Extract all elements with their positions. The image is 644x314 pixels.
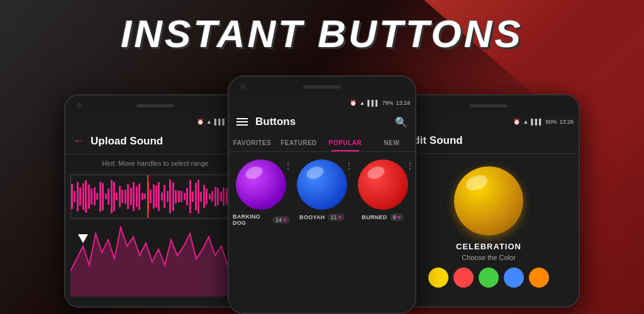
- status-bar-left: ⏰ ▲ ▌▌▌ 79%: [65, 116, 245, 128]
- swatch-blue[interactable]: [504, 268, 524, 288]
- sound-buttons-row: ⋮ BARKING DOG 14 ♥: [229, 152, 415, 234]
- sound-button-burned[interactable]: [358, 160, 408, 210]
- phone-right: ⏰ ▲ ▌▌▌ 80% 13:26 Edit Sound CELEBRATION…: [397, 94, 580, 308]
- waveform-canvas: [71, 175, 240, 218]
- hint-text: Hint: Move handles to select range: [65, 154, 245, 172]
- choose-color-label: Choose the Color: [462, 254, 516, 261]
- clock-icon-c: ⏰: [350, 100, 357, 106]
- phone-center-screen: ⏰ ▲ ▌▌▌ 79% 13:24 Buttons 🔍 FAVORITES FE…: [229, 77, 415, 313]
- wifi-icon-r: ▲: [523, 119, 528, 125]
- heart-icon-1: ♥: [283, 217, 286, 223]
- buttons-header: Buttons 🔍: [229, 109, 415, 134]
- celebration-label: CELEBRATION: [456, 242, 521, 251]
- celebration-button[interactable]: [454, 166, 523, 236]
- clock-icon-r: ⏰: [513, 119, 520, 125]
- wifi-icon: ▲: [206, 119, 212, 125]
- sound-btn-wrapper-2: ⋮: [297, 160, 347, 210]
- signal-icon: ▌▌▌: [214, 119, 226, 125]
- gold-shine: [464, 173, 489, 193]
- app-title: INSTANT BUTTONS: [0, 11, 644, 56]
- color-swatches: [428, 268, 549, 288]
- phone-left-top: [65, 95, 245, 116]
- edit-content: CELEBRATION Choose the Color: [399, 154, 579, 294]
- upload-header: ← Upload Sound: [65, 128, 245, 154]
- fav-count-1: 14 ♥: [272, 216, 289, 224]
- sound-label-row-1: BARKING DOG 14 ♥: [233, 214, 290, 226]
- more-options-3[interactable]: ⋮: [406, 161, 414, 171]
- upload-sound-title: Upload Sound: [91, 135, 163, 148]
- time-right: 13:26: [559, 119, 574, 125]
- status-bar-center: ⏰ ▲ ▌▌▌ 79% 13:24: [229, 97, 415, 109]
- phone-left-screen: ⏰ ▲ ▌▌▌ 79% ← Upload Sound Hint: Move ha…: [65, 95, 245, 306]
- wifi-icon-c: ▲: [359, 100, 365, 106]
- swatch-gold[interactable]: [428, 268, 448, 288]
- swatch-red[interactable]: [453, 268, 474, 288]
- pink-waveform-svg: [70, 221, 240, 296]
- heart-icon-3: ♥: [397, 214, 401, 220]
- more-options-1[interactable]: ⋮: [284, 161, 292, 171]
- sound-item-barking-dog: ⋮ BARKING DOG 14 ♥: [233, 160, 290, 226]
- tab-new[interactable]: NEW: [369, 134, 415, 151]
- hamburger-line-3: [236, 124, 248, 126]
- speaker-left: [136, 104, 174, 107]
- fav-number-2: 11: [331, 214, 337, 220]
- hamburger-line-2: [236, 121, 248, 122]
- phone-right-top: [399, 95, 579, 116]
- sound-item-burned: ⋮ BURNED 9 ♥: [354, 160, 411, 226]
- sound-button-barking-dog[interactable]: [236, 160, 286, 210]
- tabs-row: FAVORITES FEATURED POPULAR NEW: [229, 134, 415, 152]
- hamburger-line-1: [236, 118, 248, 119]
- camera-center: [240, 84, 245, 89]
- time-center: 13:24: [396, 100, 410, 106]
- waveform-container: [70, 175, 240, 219]
- clock-icon: ⏰: [197, 119, 204, 125]
- heart-icon-2: ♥: [338, 214, 341, 220]
- phone-left: ⏰ ▲ ▌▌▌ 79% ← Upload Sound Hint: Move ha…: [64, 94, 247, 308]
- playback-cursor: [147, 175, 148, 218]
- hamburger-menu[interactable]: [236, 118, 248, 126]
- signal-icon-c: ▌▌▌: [367, 100, 379, 106]
- sound-label-row-3: BURNED 9 ♥: [362, 214, 404, 221]
- camera-left: [77, 103, 82, 108]
- sound-btn-wrapper-1: ⋮: [236, 160, 286, 210]
- speaker-right: [470, 104, 508, 107]
- phone-right-screen: ⏰ ▲ ▌▌▌ 80% 13:26 Edit Sound CELEBRATION…: [399, 95, 579, 306]
- btn-shine-2: [305, 165, 325, 181]
- battery-right: 80%: [545, 119, 557, 125]
- marker-triangle: [78, 234, 88, 243]
- phones-container: ⏰ ▲ ▌▌▌ 79% ← Upload Sound Hint: Move ha…: [0, 75, 644, 314]
- sound-label-row-2: BOOYAH 11 ♥: [299, 214, 345, 221]
- fav-count-2: 11 ♥: [328, 214, 345, 221]
- fav-number-3: 9: [393, 214, 396, 220]
- back-arrow-icon[interactable]: ←: [73, 134, 84, 148]
- swatch-green[interactable]: [479, 268, 499, 288]
- fav-count-3: 9 ♥: [390, 214, 404, 221]
- tab-favorites[interactable]: FAVORITES: [229, 134, 275, 151]
- btn-shine-3: [365, 165, 386, 181]
- sound-item-booyah: ⋮ BOOYAH 11 ♥: [294, 160, 351, 226]
- tab-featured[interactable]: FEATURED: [275, 134, 322, 151]
- signal-icon-r: ▌▌▌: [531, 119, 543, 125]
- more-options-2[interactable]: ⋮: [345, 161, 353, 171]
- buttons-title: Buttons: [255, 116, 395, 128]
- sound-btn-wrapper-3: ⋮: [358, 160, 408, 210]
- battery-center: 79%: [382, 100, 393, 106]
- tab-popular[interactable]: POPULAR: [322, 134, 369, 151]
- edit-header: Edit Sound: [399, 128, 579, 154]
- fav-number-1: 14: [275, 217, 282, 223]
- phone-center: ⏰ ▲ ▌▌▌ 79% 13:24 Buttons 🔍 FAVORITES FE…: [228, 75, 416, 314]
- pink-waveform-bottom: [70, 221, 240, 296]
- phone-center-top: [229, 77, 415, 97]
- status-bar-right: ⏰ ▲ ▌▌▌ 80% 13:26: [399, 116, 579, 128]
- sound-label-1: BARKING DOG: [233, 214, 270, 226]
- sound-button-booyah[interactable]: [297, 160, 347, 210]
- speaker-center: [303, 85, 341, 89]
- search-icon[interactable]: 🔍: [395, 116, 408, 128]
- sound-label-3: BURNED: [362, 214, 387, 220]
- btn-shine-1: [244, 165, 264, 181]
- swatch-orange[interactable]: [529, 268, 549, 288]
- sound-label-2: BOOYAH: [299, 214, 325, 220]
